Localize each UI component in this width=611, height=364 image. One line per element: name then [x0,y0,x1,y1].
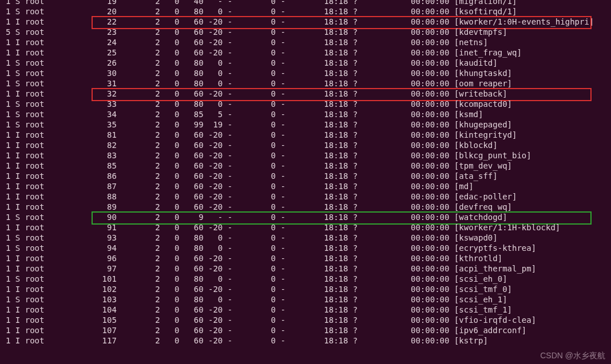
process-row: 1 I root 88 2 0 60 -20 - 0 - 18:18 ? 00:… [0,191,611,202]
process-row: 1 S root 101 2 0 80 0 - 0 - 18:18 ? 00:0… [0,274,611,284]
process-row: 1 S root 30 2 0 80 0 - 0 - 18:18 ? 00:00… [0,68,611,78]
process-row: 1 S root 93 2 0 80 0 - 0 - 18:18 ? 00:00… [0,233,611,243]
process-row: 1 S root 35 2 0 99 19 - 0 - 18:18 ? 00:0… [0,119,611,130]
process-row: 5 S root 23 2 0 60 -20 - 0 - 18:18 ? 00:… [0,27,611,37]
process-row: 1 I root 91 2 0 60 -20 - 0 - 18:18 ? 00:… [0,222,611,233]
process-row: 1 I root 24 2 0 60 -20 - 0 - 18:18 ? 00:… [0,37,611,47]
process-row: 1 S root 19 2 0 40 - - 0 - 18:18 ? 00:00… [0,0,611,6]
process-row: 1 I root 81 2 0 60 -20 - 0 - 18:18 ? 00:… [0,130,611,140]
process-row: 1 I root 87 2 0 60 -20 - 0 - 18:18 ? 00:… [0,181,611,191]
process-row: 1 S root 34 2 0 85 5 - 0 - 18:18 ? 00:00… [0,109,611,119]
process-row: 1 S root 90 2 0 9 - - 0 - 18:18 ? 00:00:… [0,212,611,222]
process-row: 1 I root 83 2 0 60 -20 - 0 - 18:18 ? 00:… [0,150,611,161]
process-row: 1 I root 32 2 0 60 -20 - 0 - 18:18 ? 00:… [0,89,611,99]
process-row: 1 I root 107 2 0 60 -20 - 0 - 18:18 ? 00… [0,325,611,335]
process-row: 1 S root 94 2 0 80 0 - 0 - 18:18 ? 00:00… [0,243,611,253]
process-row: 1 I root 102 2 0 60 -20 - 0 - 18:18 ? 00… [0,284,611,294]
process-row: 1 I root 82 2 0 60 -20 - 0 - 18:18 ? 00:… [0,140,611,150]
process-row: 1 S root 33 2 0 80 0 - 0 - 18:18 ? 00:00… [0,99,611,109]
process-row: 1 S root 20 2 0 80 0 - 0 - 18:18 ? 00:00… [0,6,611,17]
process-row: 1 I root 22 2 0 60 -20 - 0 - 18:18 ? 00:… [0,17,611,27]
process-row: 1 S root 26 2 0 80 0 - 0 - 18:18 ? 00:00… [0,58,611,68]
process-row: 1 I root 104 2 0 60 -20 - 0 - 18:18 ? 00… [0,305,611,315]
terminal-output[interactable]: 1 S root 19 2 0 40 - - 0 - 18:18 ? 00:00… [0,0,611,364]
process-row: 1 I root 117 2 0 60 -20 - 0 - 18:18 ? 00… [0,335,611,346]
process-row: 1 S root 31 2 0 80 0 - 0 - 18:18 ? 00:00… [0,78,611,89]
process-row: 1 S root 103 2 0 80 0 - 0 - 18:18 ? 00:0… [0,294,611,305]
process-row: 1 I root 105 2 0 60 -20 - 0 - 18:18 ? 00… [0,315,611,325]
process-row: 1 I root 85 2 0 60 -20 - 0 - 18:18 ? 00:… [0,161,611,171]
process-row: 1 I root 25 2 0 60 -20 - 0 - 18:18 ? 00:… [0,47,611,58]
process-row: 1 I root 89 2 0 60 -20 - 0 - 18:18 ? 00:… [0,202,611,212]
process-row: 1 I root 86 2 0 60 -20 - 0 - 18:18 ? 00:… [0,171,611,181]
process-row: 1 I root 97 2 0 60 -20 - 0 - 18:18 ? 00:… [0,263,611,274]
process-row: 1 I root 96 2 0 60 -20 - 0 - 18:18 ? 00:… [0,253,611,263]
